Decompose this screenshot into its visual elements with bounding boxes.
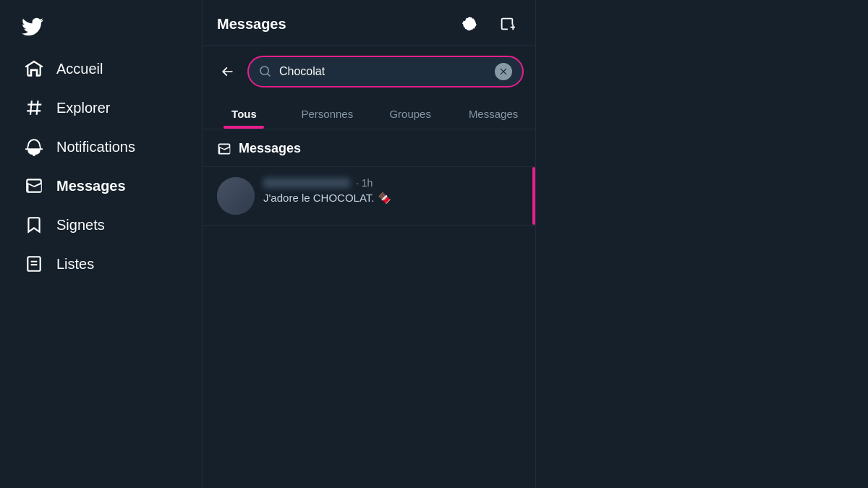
message-result-time: · 1h (356, 177, 373, 189)
message-result-name (263, 178, 350, 188)
search-bar-row (203, 46, 535, 98)
message-result-content: · 1h J'adore le CHOCOLAT. 🍫 (263, 177, 521, 205)
sidebar: Accueil Explorer Notifications Messages (0, 0, 203, 488)
sidebar-item-notifications[interactable]: Notifications (14, 129, 187, 165)
settings-button[interactable] (456, 10, 483, 38)
tab-personnes[interactable]: Personnes (286, 98, 369, 129)
sidebar-item-label-explorer: Explorer (56, 100, 110, 116)
tab-tous[interactable]: Tous (203, 98, 286, 129)
clear-icon (498, 67, 509, 77)
scroll-indicator (532, 167, 535, 225)
message-result-item[interactable]: · 1h J'adore le CHOCOLAT. 🍫 (203, 167, 535, 226)
mail-icon (25, 176, 43, 195)
tab-groupes[interactable]: Groupes (369, 98, 452, 129)
sidebar-item-label-messages: Messages (56, 178, 126, 194)
messages-header: Messages (203, 0, 535, 46)
results-section: Messages (203, 129, 535, 166)
tabs-row: Tous Personnes Groupes Messages (203, 98, 535, 129)
list-icon (25, 254, 43, 273)
search-clear-button[interactable] (495, 63, 512, 80)
new-message-button[interactable] (493, 10, 521, 38)
avatar (217, 177, 255, 215)
right-panel (536, 0, 869, 488)
message-result-text: J'adore le CHOCOLAT. 🍫 (263, 192, 521, 205)
home-icon (25, 59, 43, 78)
tab-messages[interactable]: Messages (452, 98, 535, 129)
hashtag-icon (25, 98, 43, 117)
gear-icon (461, 16, 477, 32)
sidebar-item-label-notifications: Notifications (56, 139, 135, 155)
results-section-header: Messages (217, 141, 521, 156)
sidebar-item-label-accueil: Accueil (56, 61, 103, 77)
sidebar-item-messages[interactable]: Messages (14, 168, 187, 204)
bell-icon (25, 137, 43, 156)
header-actions (456, 10, 521, 38)
sidebar-item-explorer[interactable]: Explorer (14, 90, 187, 126)
results-mail-icon (217, 142, 231, 156)
messages-panel: Messages (203, 0, 536, 488)
search-input[interactable] (279, 65, 488, 78)
sidebar-item-accueil[interactable]: Accueil (14, 51, 187, 87)
twitter-logo[interactable] (14, 9, 51, 45)
compose-mail-icon (499, 16, 515, 32)
results-section-title: Messages (239, 141, 301, 156)
messages-title: Messages (217, 16, 286, 33)
search-input-wrapper (247, 56, 524, 87)
sidebar-item-label-listes: Listes (56, 256, 94, 273)
message-result-top: · 1h (263, 177, 521, 189)
back-arrow-icon (220, 64, 234, 79)
sidebar-item-listes[interactable]: Listes (14, 246, 187, 282)
bookmark-icon (25, 215, 43, 234)
search-icon (259, 65, 272, 78)
sidebar-item-signets[interactable]: Signets (14, 207, 187, 243)
twitter-bird-icon (22, 16, 43, 38)
sidebar-item-label-signets: Signets (56, 217, 105, 234)
back-button[interactable] (214, 59, 240, 85)
